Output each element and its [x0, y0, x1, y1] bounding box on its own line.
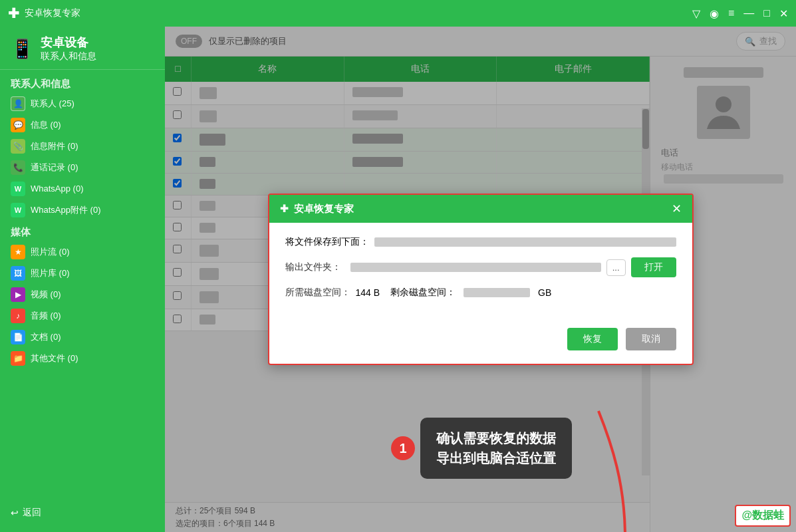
dialog-close-button[interactable]: ✕ — [672, 201, 682, 216]
device-info: 安卓设备 联系人和信息 — [41, 36, 96, 63]
device-icon: 📱 — [11, 38, 34, 60]
whatsapp-attach-label: WhatsApp附件 (0) — [31, 204, 100, 216]
section1-label: 联系人和信息 — [0, 72, 165, 93]
device-name: 安卓设备 — [41, 36, 96, 51]
gb-label: GB — [538, 287, 551, 298]
dialog-header: ✚ 安卓恢复专家 ✕ — [269, 195, 692, 223]
close-button[interactable]: ✕ — [779, 7, 788, 20]
audio-icon: ♪ — [11, 309, 25, 323]
dialog-footer: 恢复 取消 — [269, 321, 692, 364]
whatsapp-attach-icon: W — [11, 203, 25, 217]
back-button[interactable]: ↩ 返回 — [11, 507, 41, 519]
title-bar: ✚ 安卓恢复专家 ▽ ◉ ≡ — □ ✕ — [0, 0, 796, 27]
sidebar-item-whatsapp[interactable]: W WhatsApp (0) — [0, 178, 165, 200]
restore-button[interactable]: 恢复 — [567, 328, 618, 350]
output-label: 输出文件夹： — [285, 261, 345, 273]
red-arrow-container — [559, 404, 638, 532]
others-label: 其他文件 (0) — [31, 352, 78, 364]
sms-icon: 💬 — [11, 118, 25, 132]
red-arrow-icon — [559, 404, 638, 532]
minimize-button[interactable]: — — [743, 7, 754, 19]
photolib-label: 照片库 (0) — [31, 267, 70, 279]
space-label: 所需磁盘空间： — [285, 287, 350, 299]
sidebar-item-docs[interactable]: 📄 文档 (0) — [0, 327, 165, 348]
device-subtitle: 联系人和信息 — [41, 51, 96, 63]
sidebar-item-photostream[interactable]: ★ 照片流 (0) — [0, 241, 165, 263]
title-bar-left: ✚ 安卓恢复专家 — [8, 5, 80, 21]
dialog-body: 将文件保存到下面： ●●●●●●●●●●●●● 输出文件夹： ●●●●●●●●●… — [269, 223, 692, 321]
attachment-label: 信息附件 (0) — [31, 140, 78, 152]
save-label-row: 将文件保存到下面： ●●●●●●●●●●●●● — [285, 236, 676, 248]
section2-label: 媒体 — [0, 221, 165, 241]
dialog-logo: ✚ — [280, 203, 289, 215]
sidebar: 📱 安卓设备 联系人和信息 联系人和信息 👤 联系人 (25) 💬 信息 (0)… — [0, 27, 165, 532]
app-title: 安卓恢复专家 — [25, 7, 80, 19]
sidebar-item-attachment[interactable]: 📎 信息附件 (0) — [0, 136, 165, 157]
docs-label: 文档 (0) — [31, 331, 61, 343]
maximize-button[interactable]: □ — [763, 7, 770, 19]
dialog-title: 安卓恢复专家 — [294, 203, 354, 215]
menu-icon[interactable]: ≡ — [728, 7, 734, 19]
photostream-icon: ★ — [11, 245, 25, 259]
photostream-label: 照片流 (0) — [31, 246, 70, 258]
sms-label: 信息 (0) — [31, 119, 61, 131]
main-layout: 📱 安卓设备 联系人和信息 联系人和信息 👤 联系人 (25) 💬 信息 (0)… — [0, 27, 796, 532]
content-wrapper: OFF 仅显示已删除的项目 🔍 查找 □ 名称 电话 电子邮件 — [165, 27, 796, 532]
sidebar-item-photolib[interactable]: 🖼 照片库 (0) — [0, 263, 165, 284]
contacts-icon: 👤 — [11, 96, 25, 111]
attachment-icon: 📎 — [11, 139, 25, 154]
open-button[interactable]: 打开 — [631, 257, 676, 277]
sidebar-bottom: ↩ 返回 — [0, 500, 165, 525]
sidebar-item-others[interactable]: 📁 其他文件 (0) — [0, 348, 165, 369]
back-label: 返回 — [23, 507, 41, 519]
title-bar-controls: ▽ ◉ ≡ — □ ✕ — [692, 7, 788, 20]
message-icon: ◉ — [710, 7, 719, 20]
sidebar-item-calls[interactable]: 📞 通话记录 (0) — [0, 157, 165, 178]
annotation-bubble: 确认需要恢复的数据导出到电脑合适位置 — [420, 418, 572, 479]
save-label: 将文件保存到下面： — [285, 236, 369, 248]
browse-button[interactable]: ... — [606, 259, 626, 276]
sidebar-item-video[interactable]: ▶ 视频 (0) — [0, 284, 165, 305]
calls-label: 通话记录 (0) — [31, 162, 78, 174]
wifi-icon: ▽ — [692, 7, 700, 20]
docs-icon: 📄 — [11, 330, 25, 344]
dialog: ✚ 安卓恢复专家 ✕ 将文件保存到下面： ●●●●●●●●●●●●● 输出文件夹… — [268, 194, 694, 365]
back-icon: ↩ — [11, 507, 19, 518]
sidebar-item-whatsapp-attach[interactable]: W WhatsApp附件 (0) — [0, 200, 165, 221]
calls-icon: 📞 — [11, 160, 25, 175]
whatsapp-icon: W — [11, 182, 25, 196]
whatsapp-label: WhatsApp (0) — [31, 184, 83, 194]
video-icon: ▶ — [11, 287, 25, 302]
annotation-number: 1 — [391, 436, 415, 460]
space-value: 144 B — [356, 287, 380, 298]
dialog-header-left: ✚ 安卓恢复专家 — [280, 203, 354, 215]
output-folder-row: 输出文件夹： ●●●●●●●●●●●●●●●●●●●●● ... 打开 — [285, 257, 676, 277]
cancel-button[interactable]: 取消 — [626, 328, 676, 350]
sidebar-item-sms[interactable]: 💬 信息 (0) — [0, 114, 165, 136]
app-logo: ✚ — [8, 5, 19, 21]
video-label: 视频 (0) — [31, 289, 61, 301]
others-icon: 📁 — [11, 351, 25, 366]
remaining-label: 剩余磁盘空间： — [390, 287, 456, 299]
disk-space-row: 所需磁盘空间： 144 B 剩余磁盘空间： ●●●●●● GB — [285, 287, 676, 299]
sidebar-item-audio[interactable]: ♪ 音频 (0) — [0, 305, 165, 327]
contacts-label: 联系人 (25) — [31, 98, 74, 110]
photolib-icon: 🖼 — [11, 266, 25, 281]
device-section: 📱 安卓设备 联系人和信息 — [0, 27, 165, 70]
sidebar-item-contacts[interactable]: 👤 联系人 (25) — [0, 93, 165, 114]
annotation-container: 1 确认需要恢复的数据导出到电脑合适位置 — [391, 418, 572, 479]
audio-label: 音频 (0) — [31, 310, 61, 322]
watermark: @数据蛙 — [735, 505, 791, 527]
